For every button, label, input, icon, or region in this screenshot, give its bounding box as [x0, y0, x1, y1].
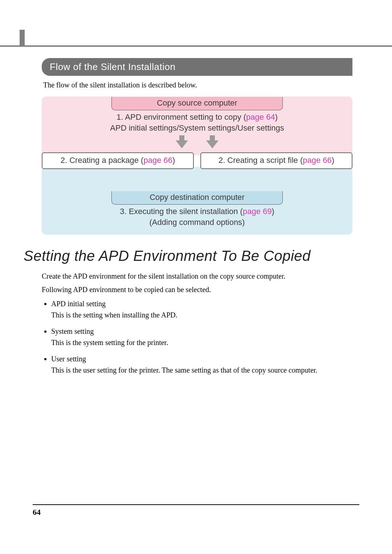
step-2a-suffix: ) — [172, 156, 175, 165]
step-3: 3. Executing the silent installation (pa… — [42, 206, 352, 227]
step-3-text: 3. Executing the silent installation ( — [120, 207, 243, 216]
section-heading: Flow of the Silent Installation — [42, 58, 352, 76]
step-2b-text: 2. Creating a script file ( — [219, 156, 303, 165]
page-top-rule — [0, 45, 392, 47]
step-2-row: 2. Creating a package (page 66) 2. Creat… — [42, 152, 352, 169]
step-3-suffix: ) — [271, 207, 274, 216]
footer-rule — [33, 504, 359, 505]
page-number: 64 — [33, 508, 41, 517]
bullet-title: APD initial setting — [51, 298, 352, 309]
paragraph-2: Following APD environment to be copied c… — [42, 284, 352, 295]
bullet-desc: This is the user setting for the printer… — [51, 365, 352, 376]
page-side-tab — [20, 30, 25, 47]
list-item: User setting This is the user setting fo… — [51, 353, 352, 376]
section-intro: The flow of the silent installation is d… — [43, 81, 352, 89]
arrow-down-icon — [206, 135, 219, 148]
list-item: APD initial setting This is the setting … — [51, 298, 352, 321]
step-2-package: 2. Creating a package (page 66) — [42, 152, 194, 169]
step-3-subtext: (Adding command options) — [150, 218, 245, 227]
copy-source-title: Copy source computer — [111, 97, 283, 110]
arrow-down-icon — [176, 135, 188, 148]
bullet-title: System setting — [51, 326, 352, 337]
bullet-list: APD initial setting This is the setting … — [42, 298, 352, 376]
page: Flow of the Silent Installation The flow… — [0, 0, 392, 554]
paragraph-1: Create the APD environment for the silen… — [42, 271, 352, 282]
flow-diagram: Copy source computer 1. APD environment … — [42, 97, 352, 235]
copy-destination-title: Copy destination computer — [111, 191, 283, 205]
step-1: 1. APD environment setting to copy (page… — [42, 112, 352, 133]
bullet-desc: This is the setting when installing the … — [51, 309, 352, 321]
step-1-subtext: APD initial settings/System settings/Use… — [110, 123, 284, 132]
step-2a-text: 2. Creating a package ( — [61, 156, 144, 165]
step-2b-suffix: ) — [332, 156, 334, 165]
copy-source-zone: Copy source computer 1. APD environment … — [42, 97, 352, 155]
copy-destination-zone: Copy destination computer 3. Executing t… — [42, 167, 352, 234]
bullet-title: User setting — [51, 353, 352, 365]
step-1-suffix: ) — [275, 112, 278, 122]
subsection-heading: Setting the APD Environment To Be Copied — [24, 248, 352, 264]
page-ref-69[interactable]: page 69 — [243, 207, 272, 216]
bullet-desc: This is the system setting for the print… — [51, 337, 352, 348]
list-item: System setting This is the system settin… — [51, 326, 352, 348]
step-1-text: 1. APD environment setting to copy ( — [117, 112, 246, 122]
content-area: Flow of the Silent Installation The flow… — [42, 58, 352, 381]
page-ref-64[interactable]: page 64 — [246, 112, 275, 122]
body-text: Create the APD environment for the silen… — [42, 271, 352, 376]
page-ref-66a[interactable]: page 66 — [143, 156, 172, 165]
arrows-source — [42, 135, 352, 148]
step-2-script: 2. Creating a script file (page 66) — [200, 152, 352, 169]
page-ref-66b[interactable]: page 66 — [303, 156, 332, 165]
